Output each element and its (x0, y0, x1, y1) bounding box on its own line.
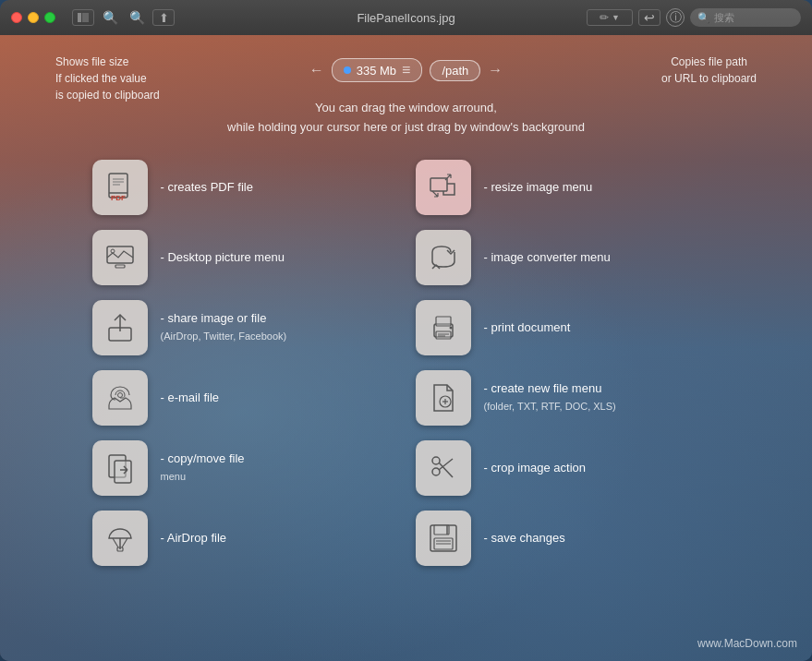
list-item: - e-mail file (92, 370, 397, 426)
maximize-button[interactable] (44, 12, 55, 23)
svg-point-19 (117, 392, 122, 397)
svg-text:PDF: PDF (111, 194, 126, 202)
list-item: - copy/move file menu (92, 440, 397, 496)
file-bar: ← 335 Mb ≡ /path → (309, 58, 503, 82)
list-item: - print document (416, 300, 721, 355)
rotate-icon[interactable]: ↩ (638, 9, 661, 26)
blue-dot (344, 66, 351, 74)
save-icon-box[interactable] (416, 511, 471, 566)
desktop-label: - Desktop picture menu (161, 249, 285, 266)
new-file-label: - create new file menu (folder, TXT, RTF… (484, 380, 616, 414)
desktop-icon-box[interactable] (92, 230, 148, 285)
converter-label: - image converter menu (484, 249, 611, 266)
close-button[interactable] (11, 12, 22, 23)
file-info-section: Shows file size If clicked the value is … (37, 54, 775, 82)
pdf-icon-box[interactable]: PDF (92, 160, 148, 215)
file-path-hint: Copies file path or URL to clipboard (661, 54, 757, 87)
list-item: - save changes (416, 511, 721, 566)
svg-rect-0 (78, 13, 81, 22)
list-item: - AirDrop file (92, 511, 397, 566)
svg-rect-14 (436, 317, 451, 326)
sidebar-toggle-icon[interactable] (72, 9, 94, 26)
svg-rect-8 (430, 178, 447, 191)
drag-hint: You can drag the window arround, while h… (37, 99, 775, 138)
search-icon: 🔍 (697, 12, 710, 24)
pdf-label: - creates PDF file (161, 179, 253, 196)
info-icon[interactable]: ⓘ (666, 8, 685, 27)
share-toolbar-icon[interactable]: ⬆ (152, 9, 175, 26)
print-label: - print document (484, 319, 571, 336)
svg-point-18 (449, 326, 452, 329)
main-content: Shows file size If clicked the value is … (0, 35, 812, 661)
right-arrow: → (488, 62, 503, 78)
file-size-value: 335 Mb (357, 64, 396, 78)
svg-rect-24 (115, 461, 131, 483)
file-path-pill[interactable]: /path (430, 60, 480, 81)
svg-rect-1 (82, 13, 89, 22)
resize-label: - resize image menu (484, 179, 593, 196)
search-placeholder: 搜索 (714, 11, 734, 25)
file-size-hint: Shows file size If clicked the value is … (55, 54, 160, 103)
crop-icon-box[interactable] (416, 440, 471, 496)
svg-rect-15 (436, 331, 451, 339)
crop-label: - crop image action (484, 460, 587, 476)
airdrop-icon-box[interactable] (92, 511, 148, 566)
app-window: 🔍 🔍 ⬆ FilePanelIcons.jpg ✏▼ ↩ ⓘ 🔍 搜索 Sho… (0, 0, 812, 661)
print-icon-box[interactable] (416, 300, 471, 355)
svg-rect-11 (115, 265, 125, 268)
share-label: - share image or file (AirDrop, Twitter,… (161, 310, 287, 343)
minimize-button[interactable] (28, 12, 39, 23)
save-label: - save changes (484, 530, 565, 547)
list-item: - crop image action (416, 440, 721, 496)
search-box[interactable]: 🔍 搜索 (690, 8, 801, 27)
airdrop-label: - AirDrop file (161, 530, 227, 547)
share-icon-box[interactable] (92, 300, 148, 355)
list-item: PDF - creates PDF file (92, 160, 397, 215)
new-file-icon-box[interactable] (416, 370, 471, 426)
file-size-pill[interactable]: 335 Mb ≡ (332, 58, 423, 82)
icons-grid: PDF - creates PDF file (92, 160, 721, 566)
list-item: - resize image menu (416, 160, 721, 215)
zoom-in-icon[interactable]: 🔍 (126, 9, 148, 26)
resize-icon-box[interactable] (416, 160, 471, 215)
email-label: - e-mail file (161, 390, 220, 406)
toolbar-right: ✏▼ ↩ ⓘ 🔍 搜索 (587, 8, 801, 27)
window-title: FilePanelIcons.jpg (357, 11, 454, 25)
list-item: - image converter menu (416, 230, 721, 285)
email-icon-box[interactable] (92, 370, 148, 426)
zoom-out-icon[interactable]: 🔍 (99, 9, 121, 26)
list-item: - share image or file (AirDrop, Twitter,… (92, 300, 397, 355)
list-item: - create new file menu (folder, TXT, RTF… (416, 370, 721, 426)
left-arrow: ← (309, 62, 324, 78)
list-item: - Desktop picture menu (92, 230, 397, 285)
svg-line-30 (113, 538, 118, 547)
svg-line-31 (122, 538, 127, 547)
watermark: www.MacDown.com (697, 637, 797, 650)
converter-icon-box[interactable] (416, 230, 471, 285)
edit-icon[interactable]: ✏▼ (587, 9, 633, 26)
separator-icon: ≡ (402, 62, 410, 78)
traffic-lights (11, 12, 55, 23)
copy-move-label: - copy/move file menu (161, 451, 245, 484)
copy-move-icon-box[interactable] (92, 440, 148, 496)
file-path-value: /path (442, 64, 468, 78)
title-bar: 🔍 🔍 ⬆ FilePanelIcons.jpg ✏▼ ↩ ⓘ 🔍 搜索 (0, 0, 812, 35)
